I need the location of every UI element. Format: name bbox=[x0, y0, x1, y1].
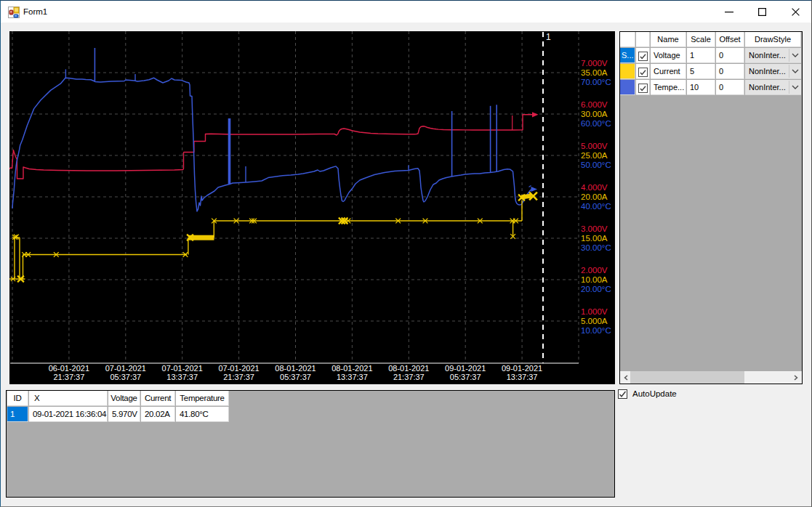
svg-text:10.00A: 10.00A bbox=[581, 275, 608, 284]
svg-text:07-01-2021: 07-01-2021 bbox=[105, 364, 146, 373]
svg-text:7.000V: 7.000V bbox=[581, 59, 608, 68]
svg-text:25.00A: 25.00A bbox=[581, 151, 608, 160]
svg-text:07-01-2021: 07-01-2021 bbox=[162, 364, 203, 373]
svg-text:2.000V: 2.000V bbox=[581, 266, 608, 275]
svg-text:05:37:37: 05:37:37 bbox=[450, 373, 481, 381]
svg-text:3.000V: 3.000V bbox=[581, 224, 608, 233]
svg-text:1.000V: 1.000V bbox=[581, 307, 608, 316]
svg-text:15.00A: 15.00A bbox=[581, 234, 608, 243]
svg-text:13:37:37: 13:37:37 bbox=[166, 373, 198, 381]
svg-text:5.000V: 5.000V bbox=[581, 142, 608, 150]
svg-text:09-01-2021: 09-01-2021 bbox=[502, 364, 542, 373]
svg-text:05:37:37: 05:37:37 bbox=[110, 373, 141, 381]
svg-text:30.00°C: 30.00°C bbox=[581, 243, 611, 252]
svg-text:08-01-2021: 08-01-2021 bbox=[388, 364, 429, 373]
svg-text:21:37:37: 21:37:37 bbox=[393, 373, 425, 381]
svg-text:50.00°C: 50.00°C bbox=[581, 161, 611, 169]
svg-text:6.000V: 6.000V bbox=[581, 100, 608, 109]
svg-text:70.00°C: 70.00°C bbox=[581, 78, 611, 86]
svg-text:08-01-2021: 08-01-2021 bbox=[331, 364, 372, 373]
svg-text:06-01-2021: 06-01-2021 bbox=[49, 364, 89, 373]
svg-text:21:37:37: 21:37:37 bbox=[223, 373, 254, 381]
svg-text:10.00°C: 10.00°C bbox=[581, 326, 611, 335]
svg-text:13:37:37: 13:37:37 bbox=[507, 373, 538, 381]
svg-text:40.00°C: 40.00°C bbox=[581, 202, 611, 211]
svg-text:09-01-2021: 09-01-2021 bbox=[445, 364, 486, 373]
svg-text:4.000V: 4.000V bbox=[581, 183, 608, 192]
svg-text:30.00A: 30.00A bbox=[581, 110, 608, 118]
svg-text:35.00A: 35.00A bbox=[581, 68, 608, 77]
svg-text:21:37:37: 21:37:37 bbox=[53, 373, 84, 381]
svg-text:05:37:37: 05:37:37 bbox=[280, 373, 311, 381]
svg-text:13:37:37: 13:37:37 bbox=[337, 373, 368, 381]
svg-text:60.00°C: 60.00°C bbox=[581, 119, 611, 128]
svg-text:20.00A: 20.00A bbox=[581, 192, 608, 201]
svg-text:08-01-2021: 08-01-2021 bbox=[275, 364, 315, 373]
svg-text:20.00°C: 20.00°C bbox=[581, 285, 611, 293]
svg-text:1: 1 bbox=[546, 32, 551, 42]
svg-text:5.000A: 5.000A bbox=[581, 317, 608, 325]
svg-text:07-01-2021: 07-01-2021 bbox=[218, 364, 259, 373]
